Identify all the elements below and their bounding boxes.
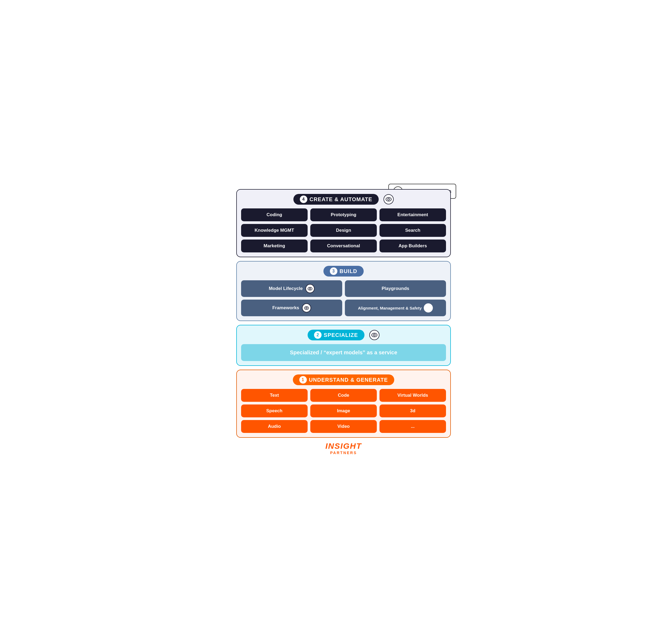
cell-image: Image <box>310 404 377 417</box>
layer1-number: 1 <box>299 376 307 383</box>
svg-point-10 <box>372 333 377 337</box>
cell-design: Design <box>310 224 377 237</box>
layer4-title: CREATE & AUTOMATE <box>309 196 372 202</box>
cell-alignment: Alignment, Management & Safety <box>345 300 446 316</box>
layer4-number: 4 <box>300 195 307 203</box>
cell-audio: Audio <box>241 420 308 433</box>
layer3-number: 3 <box>330 267 337 275</box>
cell-prototyping: Prototyping <box>310 209 377 221</box>
layer3-badge: 3 BUILD <box>324 266 364 277</box>
layer1-title: UNDERSTAND & GENERATE <box>309 377 388 383</box>
layer3-title: BUILD <box>340 268 357 274</box>
layer4-eye-icon <box>383 194 394 204</box>
main-container: Insight Focus Areas Applications 4 CREAT… <box>215 184 456 460</box>
layer2-eye-icon <box>369 330 379 340</box>
logo-area: INSIGHT PARTNERS <box>236 442 451 455</box>
layer1: 1 UNDERSTAND & GENERATE Text Code Virtua… <box>236 370 451 438</box>
cell-code: Code <box>310 389 377 402</box>
layer2-title: SPECIALIZE <box>324 332 358 338</box>
layer3: 3 BUILD Model Lifecycle Playgrounds <box>236 261 451 321</box>
cell-model-lifecycle: Model Lifecycle <box>241 280 342 297</box>
layer1-grid: Text Code Virtual Worlds Speech Image 3d… <box>241 389 446 433</box>
svg-point-6 <box>304 306 308 309</box>
layer3-header: 3 BUILD <box>241 266 446 277</box>
cell-knowledge-mgmt: Knowledge MGMT <box>241 224 308 237</box>
cell-virtual-worlds: Virtual Worlds <box>379 389 446 402</box>
layer1-header: 1 UNDERSTAND & GENERATE <box>241 375 446 385</box>
alignment-eye-icon <box>424 303 433 313</box>
layer2-cell-container: Specialized / “expert models” as a servi… <box>241 344 446 361</box>
cell-marketing: Marketing <box>241 240 308 252</box>
logo-insight: INSIGHT <box>236 442 451 451</box>
logo-partners: PARTNERS <box>236 451 451 455</box>
layer4-grid: Coding Prototyping Entertainment Knowled… <box>241 209 446 252</box>
layer1-wrapper: Foundation Models 1 UNDERSTAND & GENERAT… <box>236 370 451 438</box>
svg-point-2 <box>386 198 391 201</box>
cell-search: Search <box>379 224 446 237</box>
svg-point-11 <box>373 334 375 336</box>
frameworks-eye-icon <box>302 303 311 313</box>
cell-text: Text <box>241 389 308 402</box>
cell-conversational: Conversational <box>310 240 377 252</box>
model-lifecycle-eye-icon <box>305 284 315 293</box>
cell-specialize: Specialized / “expert models” as a servi… <box>241 344 446 361</box>
svg-point-7 <box>306 307 307 309</box>
layer4-wrapper: Applications 4 CREATE & AUTOMATE Coding … <box>236 189 451 257</box>
cell-entertainment: Entertainment <box>379 209 446 221</box>
layer1-badge: 1 UNDERSTAND & GENERATE <box>293 375 394 385</box>
layer2-header: 2 SPECIALIZE <box>241 330 446 340</box>
layer4-header: 4 CREATE & AUTOMATE <box>241 194 446 205</box>
svg-point-9 <box>428 307 429 309</box>
layer2: 2 SPECIALIZE Specialized / “expert model… <box>236 325 451 366</box>
layer2-badge: 2 SPECIALIZE <box>308 330 365 340</box>
layer3-wrapper: Tools 3 BUILD Model Lifecycle <box>236 261 451 321</box>
layer3-grid: Model Lifecycle Playgrounds Frameworks <box>241 280 446 316</box>
cell-coding: Coding <box>241 209 308 221</box>
cell-3d: 3d <box>379 404 446 417</box>
svg-point-4 <box>308 287 312 290</box>
cell-ellipsis: ... <box>379 420 446 433</box>
cell-app-builders: App Builders <box>379 240 446 252</box>
layer2-wrapper: Domain Models 2 SPECIALIZE Specialized /… <box>236 325 451 366</box>
svg-point-3 <box>388 199 390 200</box>
cell-frameworks: Frameworks <box>241 300 342 316</box>
cell-speech: Speech <box>241 404 308 417</box>
svg-point-8 <box>426 306 430 309</box>
cell-playgrounds: Playgrounds <box>345 280 446 297</box>
layer4: 4 CREATE & AUTOMATE Coding Prototyping E… <box>236 189 451 257</box>
svg-point-5 <box>309 288 311 289</box>
cell-video: Video <box>310 420 377 433</box>
layer2-number: 2 <box>314 331 321 339</box>
layer4-badge: 4 CREATE & AUTOMATE <box>293 194 379 205</box>
